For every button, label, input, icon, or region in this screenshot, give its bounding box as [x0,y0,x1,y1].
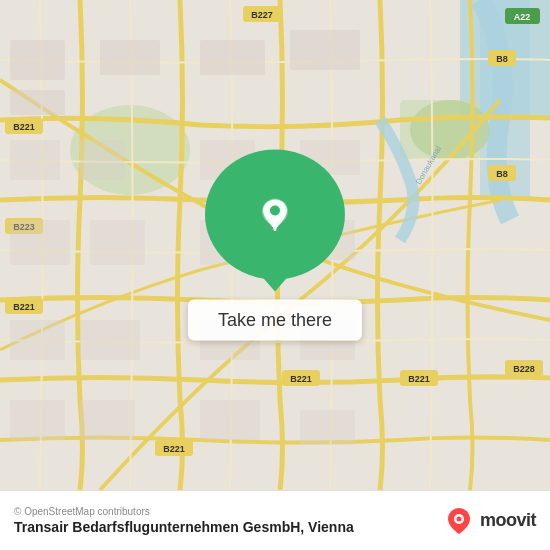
svg-rect-41 [10,320,65,360]
svg-rect-33 [10,140,60,180]
place-name: Transair Bedarfsflugunternehmen GesmbH, … [14,519,354,535]
map-container: B227 B221 B221 B221 B221 B8 B8 B223 B221… [0,0,550,490]
svg-point-5 [410,100,490,160]
svg-text:B227: B227 [251,10,273,20]
svg-rect-45 [10,400,65,440]
svg-rect-31 [200,40,265,75]
moovit-text: moovit [480,510,536,531]
svg-point-55 [456,516,461,521]
svg-rect-38 [90,220,145,265]
svg-text:B8: B8 [496,169,508,179]
svg-rect-46 [80,400,135,440]
footer-left: © OpenStreetMap contributors Transair Be… [14,506,354,535]
svg-rect-28 [10,40,65,80]
svg-point-53 [270,206,280,216]
button-overlay: Take me there [188,150,362,341]
svg-rect-30 [100,40,160,75]
svg-rect-34 [80,140,125,180]
location-bubble [205,150,345,280]
moovit-logo: moovit [444,506,536,536]
svg-text:B221: B221 [290,374,312,384]
svg-text:A22: A22 [514,12,531,22]
svg-text:B221: B221 [13,302,35,312]
svg-text:B221: B221 [408,374,430,384]
svg-text:B8: B8 [496,54,508,64]
moovit-icon [444,506,474,536]
osm-credit: © OpenStreetMap contributors [14,506,354,517]
svg-text:B228: B228 [513,364,535,374]
svg-rect-48 [300,410,355,445]
take-me-there-button[interactable]: Take me there [188,300,362,341]
svg-rect-29 [10,90,65,115]
svg-rect-47 [200,400,260,440]
svg-text:B221: B221 [163,444,185,454]
svg-rect-42 [80,320,140,360]
location-pin-icon [257,197,293,233]
svg-text:B221: B221 [13,122,35,132]
svg-rect-32 [290,30,360,70]
svg-rect-37 [10,220,70,265]
footer-bar: © OpenStreetMap contributors Transair Be… [0,490,550,550]
